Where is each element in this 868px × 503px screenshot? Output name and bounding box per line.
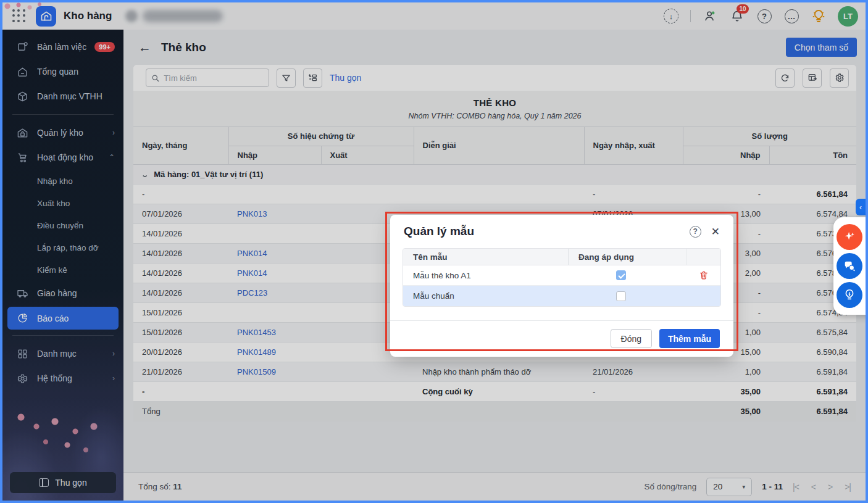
idea-bulb-icon[interactable] (837, 282, 862, 308)
modal-help-icon[interactable]: ? (690, 226, 701, 238)
applied-checkbox[interactable] (616, 291, 626, 301)
col-template-action (686, 249, 720, 265)
modal-title: Quản lý mẫu (404, 225, 474, 238)
delete-template-icon[interactable] (699, 270, 709, 280)
col-template-name: Tên mẫu (403, 252, 568, 262)
modal-footer: Đóng Thêm mẫu (390, 320, 733, 357)
side-panel-collapse-tab[interactable]: ‹ (856, 199, 866, 215)
template-row[interactable]: Mẫu thẻ kho A1 (403, 265, 720, 286)
close-button[interactable]: Đóng (611, 329, 652, 348)
applied-checkbox[interactable] (616, 270, 626, 280)
template-table: Tên mẫu Đang áp dụng Mẫu thẻ kho A1Mẫu c… (403, 248, 721, 307)
add-template-button[interactable]: Thêm mẫu (659, 329, 720, 348)
modal-close-icon[interactable]: ✕ (711, 225, 720, 238)
chat-support-icon[interactable] (837, 253, 862, 279)
assistant-floating-panel (833, 217, 868, 315)
app-window: Kho hàng ↓ 10 ? … LT Bàn làm việc99+Tổng… (0, 0, 868, 503)
ai-assistant-icon[interactable] (837, 224, 862, 250)
template-name: Mẫu chuẩn (403, 291, 568, 301)
template-name: Mẫu thẻ kho A1 (403, 271, 568, 280)
modal-header: Quản lý mẫu ? ✕ (390, 215, 733, 246)
col-template-applied: Đang áp dụng (568, 249, 686, 265)
template-manager-modal: Quản lý mẫu ? ✕ Tên mẫu Đang áp dụng Mẫu… (390, 215, 733, 357)
template-table-header: Tên mẫu Đang áp dụng (403, 249, 720, 265)
template-row[interactable]: Mẫu chuẩn (403, 286, 720, 306)
